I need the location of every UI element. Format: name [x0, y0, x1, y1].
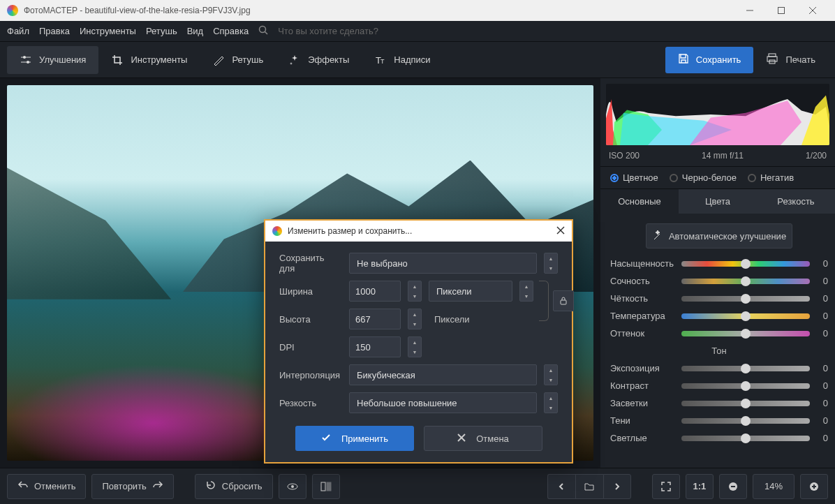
- search-input[interactable]: Что вы хотите сделать?: [278, 26, 378, 36]
- slider-temperature[interactable]: Температура0: [610, 311, 828, 321]
- close-button[interactable]: [797, 0, 828, 21]
- dpi-input[interactable]: 150: [349, 336, 401, 357]
- window-title: ФотоМАСТЕР - beautiful-view-of-the-lake-…: [24, 6, 734, 15]
- redo-icon: [152, 480, 163, 493]
- apply-button[interactable]: Применить: [295, 426, 414, 451]
- exif-info: ISO 200 14 mm f/11 1/200: [600, 151, 835, 166]
- slider-tint[interactable]: Оттенок0: [610, 328, 828, 339]
- save-for-label: Сохранить для: [279, 253, 342, 274]
- svg-rect-13: [767, 57, 777, 61]
- tab-effects-label: Эффекты: [308, 54, 349, 65]
- menu-edit[interactable]: Правка: [39, 26, 70, 36]
- width-spinner[interactable]: ▲▼: [408, 281, 422, 302]
- resize-dialog: Изменить размер и сохранить... Сохранить…: [264, 219, 573, 464]
- dialog-titlebar: Изменить размер и сохранить...: [265, 221, 572, 242]
- redo-button[interactable]: Повторить: [91, 474, 173, 499]
- sharp-spinner[interactable]: ▲▼: [544, 392, 558, 413]
- slider-saturation[interactable]: Насыщенность0: [610, 258, 828, 269]
- zoom-in-button[interactable]: [800, 474, 828, 499]
- menu-help[interactable]: Справка: [213, 26, 249, 36]
- tab-enhance-label: Улучшения: [39, 54, 86, 65]
- save-button[interactable]: Сохранить: [665, 47, 754, 73]
- maximize-button[interactable]: [765, 0, 797, 21]
- height-unit-label: Пиксели: [429, 314, 475, 325]
- svg-point-21: [291, 485, 294, 488]
- print-icon: [766, 52, 778, 67]
- tab-tools[interactable]: Инструменты: [98, 46, 200, 74]
- dialog-close-button[interactable]: [556, 226, 565, 237]
- slider-highlights[interactable]: Засветки0: [610, 398, 828, 408]
- svg-point-9: [27, 61, 29, 64]
- menu-file[interactable]: Файл: [7, 26, 29, 36]
- tab-enhance[interactable]: Улучшения: [7, 46, 98, 74]
- width-label: Ширина: [279, 286, 342, 297]
- width-unit-select[interactable]: Пиксели: [429, 281, 512, 302]
- minus-icon: [727, 481, 739, 492]
- next-file-button[interactable]: [603, 474, 631, 499]
- fit-screen-button[interactable]: [652, 474, 680, 499]
- plus-icon: [808, 481, 820, 492]
- search-icon[interactable]: [258, 25, 268, 37]
- auto-enhance-button[interactable]: Автоматическое улучшение: [646, 223, 792, 249]
- eye-icon: [286, 480, 299, 493]
- magic-icon: [288, 54, 301, 66]
- zoom-out-button[interactable]: [719, 474, 747, 499]
- prev-file-button[interactable]: [547, 474, 575, 499]
- menu-tools[interactable]: Инструменты: [80, 26, 136, 36]
- slider-exposure[interactable]: Экспозиция0: [610, 363, 828, 373]
- adj-tab-sharp[interactable]: Резкость: [757, 189, 835, 214]
- svg-point-4: [260, 27, 266, 33]
- width-input[interactable]: 1000: [349, 281, 401, 302]
- radio-color[interactable]: Цветное: [610, 172, 658, 183]
- actual-size-button[interactable]: 1:1: [686, 474, 714, 499]
- svg-text:T: T: [380, 58, 385, 65]
- tone-header: Тон: [610, 346, 828, 356]
- compare-icon: [320, 480, 332, 493]
- radio-bw[interactable]: Черно-белое: [670, 172, 737, 183]
- slider-shadows[interactable]: Тени0: [610, 415, 828, 426]
- dialog-title: Изменить размер и сохранить...: [288, 226, 556, 236]
- color-mode-group: Цветное Черно-белое Негатив: [600, 166, 835, 189]
- tab-retouch[interactable]: Ретушь: [200, 46, 276, 74]
- aspect-lock-button[interactable]: [553, 290, 574, 311]
- tab-effects[interactable]: Эффекты: [276, 46, 362, 74]
- height-label: Высота: [279, 314, 342, 325]
- minimize-button[interactable]: [734, 0, 765, 21]
- dpi-label: DPI: [279, 342, 342, 353]
- width-unit-spinner[interactable]: ▲▼: [519, 281, 533, 302]
- menu-view[interactable]: Вид: [187, 26, 204, 36]
- file-nav-group: [547, 474, 631, 499]
- tab-text[interactable]: TT Надписи: [362, 46, 443, 74]
- height-spinner[interactable]: ▲▼: [408, 309, 422, 329]
- open-folder-button[interactable]: [575, 474, 603, 499]
- menu-retouch[interactable]: Ретушь: [146, 26, 177, 36]
- slider-whites[interactable]: Светлые0: [610, 433, 828, 443]
- slider-clarity[interactable]: Чёткость0: [610, 293, 828, 304]
- crop-icon: [111, 54, 124, 66]
- text-icon: TT: [374, 54, 387, 66]
- fit-icon: [660, 481, 672, 492]
- radio-negative[interactable]: Негатив: [748, 172, 794, 183]
- dpi-spinner[interactable]: ▲▼: [408, 336, 422, 357]
- reset-button[interactable]: Сбросить: [195, 474, 273, 499]
- adj-tab-basic[interactable]: Основные: [600, 189, 679, 214]
- slider-vibrance[interactable]: Сочность0: [610, 276, 828, 286]
- slider-contrast[interactable]: Контраст0: [610, 380, 828, 391]
- compare-button[interactable]: [312, 474, 340, 499]
- save-icon: [678, 53, 689, 66]
- preview-toggle-button[interactable]: [279, 474, 306, 499]
- exif-shutter: 1/200: [806, 151, 827, 161]
- save-for-spinner[interactable]: ▲▼: [544, 253, 558, 274]
- interp-spinner[interactable]: ▲▼: [544, 364, 558, 385]
- save-for-select[interactable]: Не выбрано: [349, 253, 537, 274]
- tab-retouch-label: Ретушь: [232, 54, 263, 65]
- sharp-select[interactable]: Небольшое повышение: [349, 392, 537, 413]
- sliders-icon: [20, 54, 32, 66]
- cancel-button[interactable]: Отмена: [424, 426, 542, 451]
- undo-button[interactable]: Отменить: [7, 474, 86, 499]
- print-button[interactable]: Печать: [753, 47, 828, 73]
- adj-tab-colors[interactable]: Цвета: [679, 189, 757, 214]
- height-input[interactable]: 667: [349, 309, 401, 329]
- menubar: Файл Правка Инструменты Ретушь Вид Справ…: [0, 21, 835, 42]
- interp-select[interactable]: Бикубическая: [349, 364, 537, 385]
